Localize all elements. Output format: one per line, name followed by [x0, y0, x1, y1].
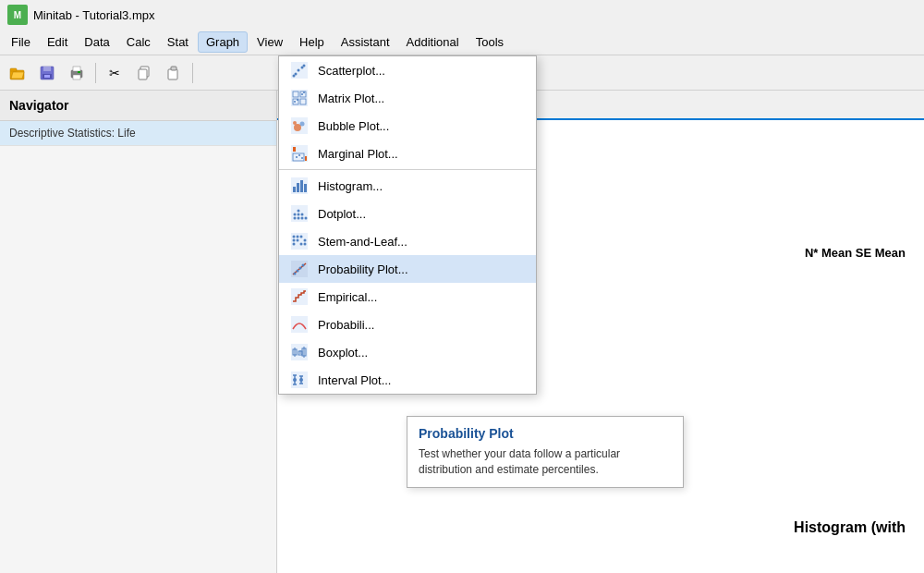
svg-point-69	[302, 264, 305, 267]
svg-point-28	[303, 91, 305, 93]
svg-point-52	[301, 213, 304, 216]
svg-point-83	[293, 378, 297, 382]
svg-point-48	[298, 217, 300, 220]
scatter-icon	[290, 61, 309, 79]
stem-and-leaf-label: Stem-and-Leaf...	[318, 235, 407, 249]
menu-item-probability-plot[interactable]: Probability Plot...	[279, 255, 536, 283]
tooltip-popup: Probability Plot Test whether your data …	[407, 416, 684, 488]
menu-item-dotplot[interactable]: Dotplot...	[279, 200, 536, 227]
menu-item-marginal-plot[interactable]: Marginal Plot...	[279, 140, 536, 167]
svg-point-67	[297, 270, 299, 273]
menu-item-histogram[interactable]: Histogram...	[279, 172, 536, 200]
svg-point-66	[294, 273, 297, 275]
menu-item-bubble-plot[interactable]: Bubble Plot...	[279, 112, 536, 140]
menu-assistant[interactable]: Assistant	[334, 32, 397, 52]
svg-rect-8	[73, 75, 80, 79]
svg-point-59	[297, 239, 299, 242]
separator1	[95, 63, 96, 83]
menu-data[interactable]: Data	[77, 32, 116, 52]
svg-rect-43	[300, 180, 303, 192]
histogram-label-menu: Histogram...	[318, 179, 383, 193]
app-icon: M	[7, 5, 28, 25]
bubble-plot-label: Bubble Plot...	[318, 119, 389, 133]
nav-item-descriptive[interactable]: Descriptive Statistics: Life	[0, 121, 276, 146]
svg-rect-20	[291, 90, 308, 106]
prob2-icon	[290, 315, 309, 334]
empirical-icon	[290, 287, 309, 306]
svg-rect-34	[293, 147, 296, 152]
menu-stat[interactable]: Stat	[160, 32, 196, 52]
svg-point-19	[293, 75, 296, 78]
svg-rect-13	[171, 67, 176, 70]
menu-item-probability2[interactable]: Probabili...	[279, 311, 536, 338]
svg-rect-3	[43, 67, 51, 71]
menu-calc[interactable]: Calc	[119, 32, 158, 52]
svg-point-55	[293, 236, 296, 238]
menu-item-stem-and-leaf[interactable]: Stem-and-Leaf...	[279, 227, 536, 255]
probability2-label: Probabili...	[318, 318, 374, 332]
svg-point-26	[297, 99, 298, 101]
menu-tools[interactable]: Tools	[468, 32, 511, 52]
paste-button[interactable]	[160, 60, 188, 86]
navigator-panel: Navigator Descriptive Statistics: Life	[0, 91, 277, 573]
svg-point-27	[301, 93, 303, 95]
histogram-icon	[290, 177, 309, 195]
matrix-icon	[290, 89, 309, 107]
svg-point-47	[294, 213, 297, 216]
probability-plot-label: Probability Plot...	[318, 262, 408, 276]
svg-rect-39	[305, 156, 307, 161]
svg-rect-72	[291, 344, 308, 360]
svg-point-32	[293, 121, 297, 125]
svg-point-50	[298, 210, 300, 213]
menu-item-interval-plot[interactable]: Interval Plot...	[279, 366, 536, 394]
svg-point-62	[304, 239, 307, 242]
svg-point-31	[300, 122, 305, 127]
menu-bar: File Edit Data Calc Stat Graph View Help…	[0, 30, 924, 55]
svg-rect-1	[10, 68, 17, 71]
marginal-icon	[290, 144, 309, 163]
svg-point-30	[294, 124, 301, 131]
svg-point-58	[297, 236, 299, 238]
interval-icon	[290, 371, 309, 389]
menu-edit[interactable]: Edit	[40, 32, 75, 52]
copy-button[interactable]	[130, 60, 158, 86]
separator2	[192, 63, 193, 83]
boxplot-icon	[290, 343, 309, 361]
cut-button[interactable]: ✂	[101, 60, 128, 86]
save-button[interactable]	[33, 60, 61, 86]
scatterplot-label: Scatterplot...	[318, 64, 385, 78]
svg-point-38	[301, 157, 303, 159]
svg-point-18	[303, 65, 306, 67]
boxplot-label: Boxplot...	[318, 346, 368, 360]
menu-graph[interactable]: Graph	[198, 31, 248, 53]
menu-file[interactable]: File	[4, 32, 38, 52]
open-button[interactable]	[4, 60, 31, 86]
svg-point-49	[298, 213, 300, 216]
svg-point-57	[293, 243, 296, 246]
svg-point-87	[299, 378, 303, 382]
menu-item-empirical[interactable]: Empirical...	[279, 283, 536, 311]
bubble-icon	[290, 116, 309, 135]
empirical-label: Empirical...	[318, 290, 377, 304]
svg-rect-44	[304, 184, 307, 192]
print-button[interactable]	[63, 60, 91, 86]
probplot-icon	[290, 260, 309, 278]
dotplot-icon	[290, 204, 309, 223]
svg-point-25	[294, 101, 296, 103]
menu-view[interactable]: View	[249, 32, 290, 52]
menu-item-matrix-plot[interactable]: Matrix Plot...	[279, 84, 536, 112]
graph-dropdown-menu: Scatterplot... Matrix Plot...	[278, 55, 537, 395]
svg-rect-71	[291, 316, 308, 333]
stats-header: N* Mean SE Mean	[805, 246, 906, 260]
menu-item-scatterplot[interactable]: Scatterplot...	[279, 56, 536, 84]
menu-item-boxplot[interactable]: Boxplot...	[279, 338, 536, 366]
menu-additional[interactable]: Additional	[399, 32, 467, 52]
svg-rect-7	[73, 67, 80, 71]
navigator-header: Navigator	[0, 91, 276, 121]
interval-plot-label: Interval Plot...	[318, 373, 391, 387]
svg-point-61	[300, 243, 303, 246]
svg-point-60	[300, 236, 303, 238]
histogram-label: Histogram (with	[794, 519, 906, 536]
menu-help[interactable]: Help	[292, 32, 332, 52]
svg-rect-11	[139, 69, 147, 79]
